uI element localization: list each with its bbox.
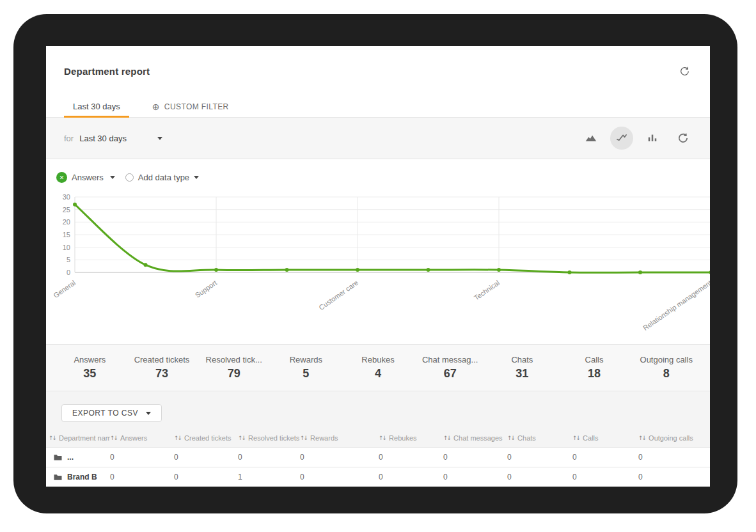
data-point	[497, 268, 501, 272]
add-circle-icon: ⊕	[152, 102, 160, 112]
chevron-down-icon	[157, 137, 162, 140]
stat-label: Resolved tick...	[206, 355, 262, 364]
sort-icon: ↑↓	[49, 435, 56, 441]
export-to-csv-button[interactable]: EXPORT TO CSV	[61, 404, 162, 422]
summary-stats-row: Answers35Created tickets73Resolved tick.…	[46, 344, 710, 391]
column-header-resolved-tickets[interactable]: ↑↓Resolved tickets	[238, 434, 300, 442]
data-point	[214, 268, 218, 272]
tab-custom-filter[interactable]: ⊕ CUSTOM FILTER	[143, 96, 238, 117]
department-cell[interactable]: ...	[49, 453, 110, 462]
stat-rewards: Rewards5	[270, 345, 342, 391]
cell-answers: 0	[110, 453, 174, 462]
chevron-down-icon	[110, 176, 115, 179]
answers-series-line	[75, 205, 710, 272]
column-header-department-name[interactable]: ↑↓Department name	[49, 434, 110, 442]
filter-bar: for Last 30 days	[46, 118, 710, 159]
x-tick-label: Support	[194, 279, 218, 299]
remove-series-icon[interactable]: ✕	[56, 172, 67, 183]
folder-icon	[54, 474, 62, 481]
department-name: ...	[67, 453, 74, 462]
area-chart-icon	[585, 132, 597, 145]
bar-chart-icon	[646, 132, 659, 145]
sort-icon: ↑↓	[443, 435, 450, 441]
stat-label: Chats	[511, 355, 533, 364]
sort-icon: ↑↓	[638, 435, 645, 441]
column-label: Resolved tickets	[248, 434, 299, 442]
stat-label: Chat messag...	[422, 355, 478, 364]
sort-icon: ↑↓	[300, 435, 307, 441]
bar-chart-button[interactable]	[641, 127, 664, 150]
column-label: Rewards	[310, 434, 338, 442]
report-panel: Department report Last 30 days ⊕ CUSTOM …	[46, 46, 710, 487]
refresh-button[interactable]	[675, 62, 693, 80]
stat-value: 67	[444, 367, 457, 380]
stat-answers: Answers35	[54, 345, 126, 391]
column-header-chat-messages[interactable]: ↑↓Chat messages	[443, 434, 507, 442]
stat-value: 73	[155, 367, 168, 380]
column-header-created-tickets[interactable]: ↑↓Created tickets	[174, 434, 238, 442]
add-data-type-control[interactable]: Add data type	[125, 173, 199, 182]
column-label: Rebukes	[389, 434, 416, 442]
table-header-row: ↑↓Department name↑↓Answers↑↓Created tick…	[46, 429, 710, 447]
data-point	[73, 203, 77, 207]
column-header-answers[interactable]: ↑↓Answers	[110, 434, 174, 442]
series-chip-answers[interactable]: ✕ Answers	[56, 172, 115, 183]
radio-circle-icon	[125, 173, 134, 182]
table-section: EXPORT TO CSV ↑↓Department name↑↓Answers…	[46, 391, 710, 487]
cell-rewards: 0	[300, 473, 379, 481]
stat-label: Rewards	[290, 355, 322, 364]
column-header-rewards[interactable]: ↑↓Rewards	[300, 434, 379, 442]
cell-chats: 0	[507, 453, 572, 462]
x-tick-label: Relationship management	[642, 279, 710, 332]
refresh-icon	[679, 66, 690, 77]
tab-bar: Last 30 days ⊕ CUSTOM FILTER	[46, 96, 710, 118]
data-point	[568, 270, 572, 274]
sort-icon: ↑↓	[379, 435, 386, 441]
line-chart-button[interactable]	[610, 127, 633, 150]
sort-icon: ↑↓	[110, 435, 117, 441]
data-point	[144, 263, 148, 267]
folder-icon	[54, 454, 62, 461]
department-cell[interactable]: Brand B	[49, 473, 110, 481]
stat-outgoing-calls: Outgoing calls8	[630, 345, 702, 391]
sort-icon: ↑↓	[572, 435, 579, 441]
table-row: Brand B001000000	[46, 467, 710, 487]
stat-value: 5	[303, 367, 309, 380]
data-point	[638, 270, 642, 274]
column-header-rebukes[interactable]: ↑↓Rebukes	[379, 434, 443, 442]
stat-value: 8	[663, 367, 670, 380]
y-tick-label: 5	[67, 256, 70, 263]
stat-value: 18	[588, 367, 601, 380]
sort-icon: ↑↓	[174, 435, 181, 441]
add-data-type-label: Add data type	[138, 173, 189, 182]
series-chip-row: ✕ Answers Add data type	[46, 159, 710, 187]
column-header-outgoing-calls[interactable]: ↑↓Outgoing calls	[638, 434, 710, 442]
export-row: EXPORT TO CSV	[46, 391, 710, 429]
reload-chart-button[interactable]	[672, 127, 695, 150]
chart-type-group	[579, 127, 695, 150]
y-tick-label: 25	[63, 206, 70, 214]
column-label: Chats	[517, 434, 536, 442]
column-header-chats[interactable]: ↑↓Chats	[507, 434, 572, 442]
cell-outgoing-calls: 0	[638, 453, 710, 462]
x-tick-label: Technical	[473, 279, 501, 302]
area-chart-button[interactable]	[579, 127, 602, 150]
stat-label: Calls	[585, 355, 604, 364]
tab-label: Last 30 days	[73, 102, 120, 111]
period-select[interactable]: for Last 30 days	[64, 134, 162, 143]
tab-last-30-days[interactable]: Last 30 days	[64, 96, 129, 117]
chart-section: ✕ Answers Add data type 051015202530Gene…	[46, 159, 710, 344]
reload-chart-icon	[677, 132, 689, 145]
y-tick-label: 20	[63, 218, 70, 226]
column-header-calls[interactable]: ↑↓Calls	[572, 434, 638, 442]
cell-rebukes: 0	[379, 473, 443, 481]
cell-answers: 0	[110, 473, 174, 481]
cell-created-tickets: 0	[174, 453, 238, 462]
stat-rebukes: Rebukes4	[342, 345, 414, 391]
stat-label: Created tickets	[134, 355, 190, 364]
data-point	[427, 268, 430, 272]
tab-label: CUSTOM FILTER	[164, 102, 229, 111]
department-name: Brand B	[67, 473, 97, 481]
export-label: EXPORT TO CSV	[72, 409, 138, 418]
stat-resolved-tick: Resolved tick...79	[198, 345, 270, 391]
